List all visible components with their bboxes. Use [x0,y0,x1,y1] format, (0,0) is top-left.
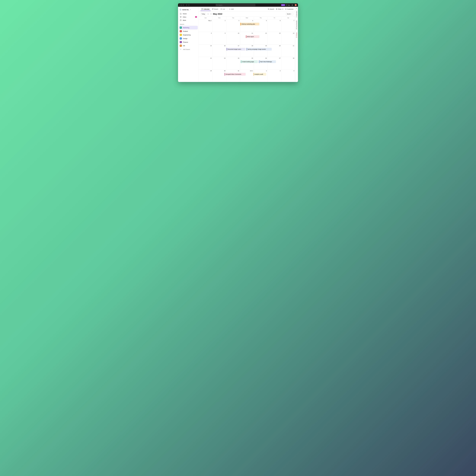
day-cell[interactable]: 23 [213,57,226,69]
space-item-marketing[interactable]: D Marketing [179,26,198,29]
tab-calendar-label: Calendar [204,8,210,10]
day-cell[interactable]: 15 [199,44,213,57]
dow-label: Wed [240,17,254,19]
rail-overdue[interactable]: 12 Ovdue [296,31,297,39]
calendar-event[interactable]: Create landing page [240,60,258,63]
day-number: May 1 [200,20,212,21]
day-cell[interactable]: 19 [254,44,268,57]
rail-collapse-button[interactable] [296,8,297,9]
day-cell[interactable]: May 1 [199,19,213,32]
day-cell[interactable]: 2 [254,69,268,82]
event-label: Document target users [228,49,241,50]
day-cell[interactable]: 13 [268,32,281,44]
prev-month-button[interactable] [207,13,209,15]
new-button[interactable]: New [286,4,290,6]
app-grid-icon[interactable] [292,4,293,6]
forward-button[interactable] [188,4,190,6]
add-space-button[interactable]: + Add Space [179,48,198,51]
day-cell[interactable]: 28 [281,57,295,69]
day-cell[interactable]: 3 [268,69,281,82]
range-select[interactable]: Month [286,13,293,15]
day-cell[interactable]: 26 [254,57,268,69]
day-cell[interactable]: 18 [240,44,254,57]
space-item-design[interactable]: D Design [179,37,198,40]
space-item-engineering[interactable]: E Engineering [179,33,198,37]
space-badge: P [180,30,182,32]
rail-calendars[interactable]: 2 Calendars [296,9,297,19]
day-number: 24 [227,57,239,59]
space-item-finance[interactable]: F Finance [179,40,198,44]
day-cell[interactable]: 4 [281,69,295,82]
toolbar-customize-button[interactable]: Customize [285,8,293,10]
day-cell[interactable]: 11 [240,32,254,44]
day-cell[interactable]: 22 [199,57,213,69]
calendar-event[interactable]: ClickUp marketing plan [240,23,259,25]
day-number: 21 [282,45,294,47]
day-cell[interactable]: 27 [268,57,281,69]
next-month-button[interactable] [210,13,212,15]
toolbar-show-button[interactable]: Show · 5 [276,8,283,10]
calendar-event[interactable]: Document target users [226,48,246,51]
tab-calendar[interactable]: Calendar [201,7,211,11]
user-avatar[interactable] [295,4,297,6]
day-cell[interactable]: 24 [226,57,240,69]
nav-more[interactable]: More [179,18,198,22]
day-cell[interactable]: 14 [281,32,295,44]
ai-button[interactable]: AI [281,4,285,6]
today-button[interactable]: Today [201,13,206,15]
day-cell[interactable]: 30 [213,69,226,82]
day-cell[interactable]: 12 [254,32,268,44]
app-window: Search... AI New Acme Inc. [178,3,298,82]
space-badge: D [180,37,182,39]
space-item-hr[interactable]: H HR [179,44,198,48]
tab-add-view[interactable]: Add [228,7,235,11]
day-number: 7 [282,20,294,21]
event-label: Write report [247,36,254,37]
day-number: 3 [268,70,281,71]
calendar-event[interactable]: Spring campaign image assets [246,48,272,51]
calendar-event[interactable]: Grouped Inbox Comments [224,73,246,76]
global-search-input[interactable]: Search... [215,4,255,6]
calendar-event[interactable]: Task View Redesign [259,60,276,63]
day-cell[interactable]: 9 [213,32,226,44]
calendar-event[interactable]: Analytics audit [253,73,266,76]
minimize-window-button[interactable] [181,5,182,6]
calendar-event[interactable]: Write report [246,35,259,38]
day-number: 18 [241,45,253,47]
day-cell[interactable]: 21 [281,44,295,57]
day-cell[interactable]: 29 [199,69,213,82]
day-cell[interactable]: Jun 1 [240,69,254,82]
day-cell[interactable]: 5 [254,19,268,32]
workspace-switcher[interactable]: Acme Inc. [179,8,198,12]
maximize-window-button[interactable] [183,5,184,6]
day-cell[interactable]: 17 [226,44,240,57]
day-cell[interactable]: 20 [268,44,281,57]
event-label: Create landing page [242,61,254,62]
nav-home[interactable]: Home [179,12,198,15]
day-cell[interactable]: 31 [226,69,240,82]
day-cell[interactable]: 6 [268,19,281,32]
back-button[interactable] [186,4,188,6]
day-number: 28 [282,57,294,59]
gear-icon [285,8,287,10]
nav-inbox[interactable]: Inbox 9 [179,15,198,18]
day-cell[interactable]: 10 [226,32,240,44]
tab-board-label: Board [214,8,218,10]
tab-list[interactable]: List [220,7,226,11]
rail-unscheduled[interactable]: 20 Unscheduled [296,19,297,31]
day-cell[interactable]: 16 [213,44,226,57]
toolbar-search-button[interactable]: Search [268,8,274,10]
day-cell[interactable]: 3 [226,19,240,32]
space-label: Finance [183,41,188,43]
titlebar-right: New [286,4,297,6]
day-cell[interactable]: 4 [240,19,254,32]
space-item-product[interactable]: P Product [179,29,198,33]
day-cell[interactable]: 7 [281,19,295,32]
day-cell[interactable]: 8 [199,32,213,44]
day-cell[interactable]: 25 [240,57,254,69]
day-number: 2 [255,70,267,71]
day-cell[interactable]: 2 [213,19,226,32]
close-window-button[interactable] [179,5,180,6]
event-stripe [241,60,241,63]
tab-board[interactable]: Board [211,7,219,11]
